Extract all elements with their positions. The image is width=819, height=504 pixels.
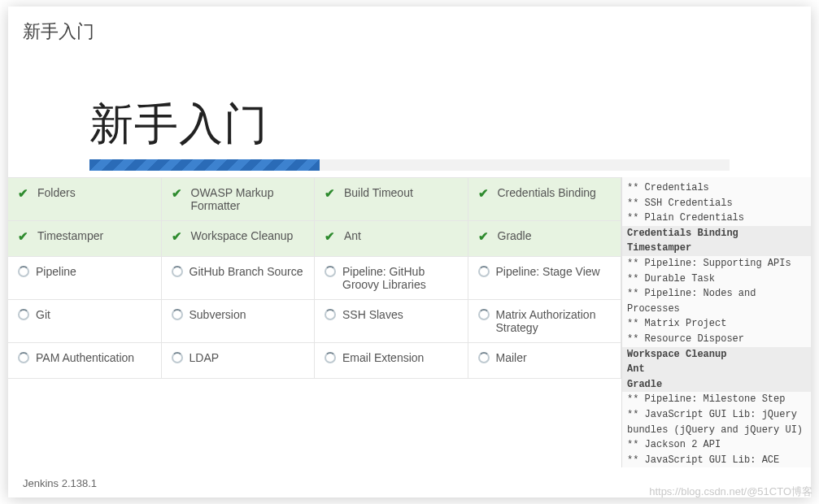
spinner-icon <box>18 352 29 363</box>
plugin-cell: Build Timeout <box>315 178 468 221</box>
plugin-cell: SSH Slaves <box>315 300 468 343</box>
content-area: 新手入门 FoldersOWASP Markup FormatterBuild … <box>8 50 811 467</box>
plugin-label: PAM Authentication <box>36 351 134 364</box>
spinner-icon <box>478 352 490 363</box>
plugin-grid: FoldersOWASP Markup FormatterBuild Timeo… <box>8 177 621 467</box>
plugin-label: Mailer <box>496 351 527 364</box>
plugin-label: Workspace Cleanup <box>191 229 294 242</box>
log-line: ** Durable Task <box>627 272 806 287</box>
plugin-cell: Email Extension <box>315 343 468 379</box>
spinner-icon <box>172 266 183 277</box>
setup-wizard-modal: 新手入门 新手入门 FoldersOWASP Markup FormatterB… <box>8 7 811 497</box>
log-line: ** JavaScript GUI Lib: ACE Editor bundle <box>627 453 806 467</box>
plugin-label: Git <box>36 308 50 321</box>
plugin-label: Credentials Binding <box>498 186 596 199</box>
plugin-label: Subversion <box>190 308 246 321</box>
plugin-cell: Subversion <box>162 300 316 343</box>
page-title: 新手入门 <box>89 95 811 154</box>
log-line: ** Plain Credentials <box>627 211 806 226</box>
progress-track <box>89 159 730 171</box>
log-line: Gradle <box>622 377 811 393</box>
plugin-cell: Git <box>8 300 162 343</box>
plugin-label: GitHub Branch Source <box>190 265 303 278</box>
log-line: ** Matrix Project <box>627 316 806 332</box>
log-line: Ant <box>622 362 811 377</box>
spinner-icon <box>172 352 183 363</box>
spinner-icon <box>478 309 490 320</box>
log-line: Workspace Cleanup <box>622 347 811 363</box>
plugin-cell: Mailer <box>468 343 622 379</box>
log-line: ** Pipeline: Supporting APIs <box>627 256 806 272</box>
plugin-label: Pipeline: Stage View <box>496 265 600 278</box>
spinner-icon <box>325 352 336 363</box>
log-line: ** Pipeline: Nodes and Processes <box>627 286 806 316</box>
plugin-label: Timestamper <box>37 229 103 242</box>
body-row: FoldersOWASP Markup FormatterBuild Timeo… <box>8 177 811 467</box>
log-line: ** Credentials <box>627 180 806 196</box>
plugin-cell: Pipeline <box>8 257 162 300</box>
plugin-cell: Pipeline: GitHub Groovy Libraries <box>315 257 468 300</box>
check-icon <box>325 230 338 243</box>
log-line: ** SSH Credentials <box>627 196 806 211</box>
check-icon <box>478 187 491 200</box>
plugin-label: Email Extension <box>342 351 424 364</box>
plugin-label: OWASP Markup Formatter <box>191 186 305 212</box>
plugin-label: SSH Slaves <box>342 308 403 321</box>
log-line: ** Resource Disposer <box>627 332 806 347</box>
plugin-cell: Folders <box>8 178 162 221</box>
title-area: 新手入门 <box>8 50 811 154</box>
spinner-icon <box>18 309 29 320</box>
plugin-cell: GitHub Branch Source <box>162 257 316 300</box>
plugin-label: Folders <box>37 186 76 199</box>
plugin-cell: Matrix Authorization Strategy <box>468 300 622 343</box>
plugin-cell: OWASP Markup Formatter <box>162 178 316 221</box>
plugin-label: Matrix Authorization Strategy <box>496 308 612 334</box>
modal-header-title: 新手入门 <box>8 7 811 50</box>
install-log-panel[interactable]: ** Credentials** SSH Credentials** Plain… <box>621 177 811 467</box>
plugin-cell: Timestamper <box>8 221 162 257</box>
spinner-icon <box>325 309 336 320</box>
plugin-label: Build Timeout <box>344 186 413 199</box>
check-icon <box>18 187 31 200</box>
watermark: https://blog.csdn.net/@51CTO博客 <box>649 484 812 499</box>
plugin-cell: LDAP <box>162 343 316 379</box>
spinner-icon <box>172 309 183 320</box>
progress-bar <box>89 159 320 171</box>
check-icon <box>325 187 338 200</box>
spinner-icon <box>18 266 29 277</box>
log-line: Credentials Binding <box>622 226 811 241</box>
plugin-label: Pipeline <box>36 265 76 278</box>
plugin-cell: Gradle <box>468 221 622 257</box>
plugin-label: LDAP <box>190 351 220 364</box>
plugin-cell: Workspace Cleanup <box>162 221 316 257</box>
check-icon <box>172 230 185 243</box>
check-icon <box>478 230 491 243</box>
check-icon <box>18 230 31 243</box>
spinner-icon <box>478 266 490 277</box>
plugin-label: Gradle <box>498 229 532 242</box>
plugin-cell: PAM Authentication <box>8 343 162 379</box>
log-line: Timestamper <box>622 241 811 256</box>
log-line: ** Pipeline: Milestone Step <box>627 392 806 407</box>
check-icon <box>172 187 185 200</box>
log-line: ** Jackson 2 API <box>627 437 806 453</box>
plugin-label: Pipeline: GitHub Groovy Libraries <box>342 265 458 291</box>
log-line: ** JavaScript GUI Lib: jQuery bundles (j… <box>627 407 806 437</box>
plugin-cell: Credentials Binding <box>468 178 622 221</box>
plugin-cell: Ant <box>315 221 468 257</box>
spinner-icon <box>325 266 336 277</box>
plugin-label: Ant <box>344 229 361 242</box>
plugin-cell: Pipeline: Stage View <box>468 257 622 300</box>
